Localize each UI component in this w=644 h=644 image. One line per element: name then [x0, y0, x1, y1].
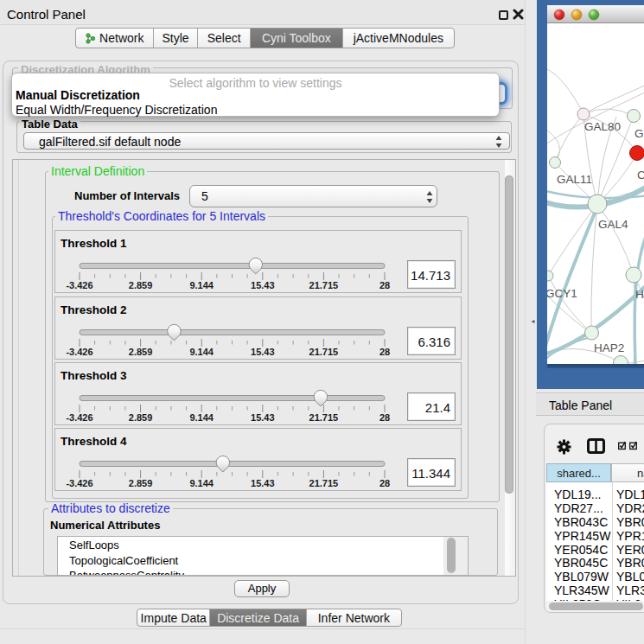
svg-text:GAL11: GAL11: [557, 173, 592, 186]
svg-text:28: 28: [379, 280, 390, 290]
svg-text:28: 28: [379, 412, 390, 423]
svg-text:9.144: 9.144: [189, 280, 214, 290]
svg-text:C: C: [637, 169, 644, 182]
svg-text:15.43: 15.43: [251, 280, 275, 290]
svg-text:G.: G.: [634, 127, 644, 140]
svg-text:2.859: 2.859: [129, 478, 153, 488]
svg-text:9.144: 9.144: [189, 412, 214, 423]
svg-text:H: H: [635, 288, 644, 301]
svg-text:GAL4: GAL4: [598, 218, 628, 231]
svg-text:GAL80: GAL80: [584, 120, 621, 133]
svg-text:28: 28: [379, 347, 390, 357]
svg-text:21.715: 21.715: [309, 412, 339, 423]
svg-text:-3.426: -3.426: [66, 347, 92, 357]
svg-text:2.859: 2.859: [129, 280, 153, 290]
svg-text:9.144: 9.144: [189, 347, 214, 357]
svg-text:21.715: 21.715: [309, 280, 339, 290]
svg-text:GCY1: GCY1: [547, 287, 577, 300]
svg-text:2.859: 2.859: [129, 412, 153, 423]
svg-text:15.43: 15.43: [251, 347, 275, 357]
svg-text:21.715: 21.715: [309, 478, 339, 488]
svg-text:21.715: 21.715: [309, 347, 339, 357]
svg-text:15.43: 15.43: [251, 412, 275, 423]
svg-text:2.859: 2.859: [129, 347, 153, 357]
svg-text:-3.426: -3.426: [66, 478, 92, 488]
svg-text:15.43: 15.43: [251, 478, 275, 488]
svg-text:-3.426: -3.426: [66, 280, 92, 290]
svg-text:9.144: 9.144: [189, 478, 214, 488]
svg-text:HAP2: HAP2: [594, 341, 624, 354]
svg-text:28: 28: [379, 478, 390, 488]
svg-text:-3.426: -3.426: [66, 412, 92, 423]
